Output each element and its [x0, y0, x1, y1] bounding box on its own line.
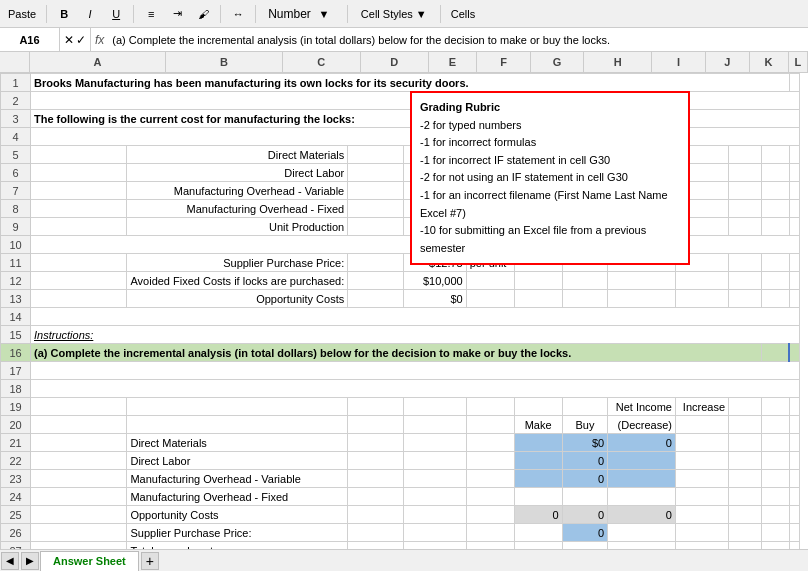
cell-k6[interactable] — [761, 164, 789, 182]
cell-d20[interactable] — [404, 416, 466, 434]
cell-a9[interactable] — [31, 218, 127, 236]
cell-b22[interactable]: Direct Labor — [127, 452, 348, 470]
cell-c22[interactable] — [348, 452, 404, 470]
cell-a16[interactable]: (a) Complete the incremental analysis (i… — [31, 344, 762, 362]
number-dropdown[interactable]: ▼ — [313, 3, 335, 25]
cell-h20[interactable]: (Decrease) — [608, 416, 676, 434]
cell-b9[interactable]: Unit Production — [127, 218, 348, 236]
cell-h22[interactable] — [608, 452, 676, 470]
cell-g13[interactable] — [562, 290, 607, 308]
cell-e20[interactable] — [466, 416, 514, 434]
col-header-a[interactable]: A — [30, 52, 166, 72]
cell-e24[interactable] — [466, 488, 514, 506]
cell-a5[interactable] — [31, 146, 127, 164]
cell-a19[interactable] — [31, 398, 127, 416]
cell-c5[interactable] — [348, 146, 404, 164]
bold-button[interactable]: B — [53, 3, 75, 25]
tab-nav-next-btn[interactable]: ▶ — [21, 552, 39, 570]
cell-a26[interactable] — [31, 524, 127, 542]
cell-l8[interactable] — [789, 200, 799, 218]
cell-a24[interactable] — [31, 488, 127, 506]
cell-d26[interactable] — [404, 524, 466, 542]
cell-l7[interactable] — [789, 182, 799, 200]
cell-b13[interactable]: Opportunity Costs — [127, 290, 348, 308]
col-header-j[interactable]: J — [706, 52, 750, 72]
cell-c26[interactable] — [348, 524, 404, 542]
italic-button[interactable]: I — [79, 3, 101, 25]
cell-a23[interactable] — [31, 470, 127, 488]
align-button[interactable]: ≡ — [140, 3, 162, 25]
col-header-i[interactable]: I — [652, 52, 706, 72]
cell-k5[interactable] — [761, 146, 789, 164]
col-header-e[interactable]: E — [429, 52, 478, 72]
cell-l19[interactable] — [789, 398, 799, 416]
cell-k26[interactable] — [761, 524, 789, 542]
col-header-l[interactable]: L — [789, 52, 808, 72]
cell-l25[interactable] — [789, 506, 799, 524]
cell-j8[interactable] — [729, 200, 762, 218]
cell-l23[interactable] — [789, 470, 799, 488]
cell-c24[interactable] — [348, 488, 404, 506]
cell-f23[interactable] — [514, 470, 562, 488]
formula-input[interactable]: (a) Complete the incremental analysis (i… — [108, 34, 808, 46]
cell-a12[interactable] — [31, 272, 127, 290]
cell-k16[interactable] — [761, 344, 789, 362]
paste-button[interactable]: Paste — [4, 3, 40, 25]
cell-h23[interactable] — [608, 470, 676, 488]
cell-h13[interactable] — [608, 290, 676, 308]
cell-a13[interactable] — [31, 290, 127, 308]
cell-a21[interactable] — [31, 434, 127, 452]
cell-j5[interactable] — [729, 146, 762, 164]
cell-l22[interactable] — [789, 452, 799, 470]
confirm-icon[interactable]: ✓ — [76, 33, 86, 47]
cell-i19[interactable]: Increase — [675, 398, 728, 416]
cell-b24[interactable]: Manufacturing Overhead - Fixed — [127, 488, 348, 506]
cell-f22[interactable] — [514, 452, 562, 470]
cell-j24[interactable] — [729, 488, 762, 506]
cell-i26[interactable] — [675, 524, 728, 542]
cell-j22[interactable] — [729, 452, 762, 470]
cell-c11[interactable] — [348, 254, 404, 272]
cell-l24[interactable] — [789, 488, 799, 506]
cell-a1[interactable]: Brooks Manufacturing has been manufactur… — [31, 74, 790, 92]
col-header-g[interactable]: G — [531, 52, 585, 72]
cell-a14[interactable] — [31, 308, 800, 326]
cell-i24[interactable] — [675, 488, 728, 506]
cell-j13[interactable] — [729, 290, 762, 308]
cell-l5[interactable] — [789, 146, 799, 164]
cell-f21[interactable] — [514, 434, 562, 452]
cell-i23[interactable] — [675, 470, 728, 488]
cell-k21[interactable] — [761, 434, 789, 452]
cell-e23[interactable] — [466, 470, 514, 488]
cell-b21[interactable]: Direct Materials — [127, 434, 348, 452]
cell-f19[interactable] — [514, 398, 562, 416]
cell-a6[interactable] — [31, 164, 127, 182]
cell-styles-button[interactable]: Cell Styles ▼ — [354, 5, 434, 23]
cell-i20[interactable] — [675, 416, 728, 434]
cell-b23[interactable]: Manufacturing Overhead - Variable — [127, 470, 348, 488]
cell-a17[interactable] — [31, 362, 800, 380]
cell-j23[interactable] — [729, 470, 762, 488]
cell-h12[interactable] — [608, 272, 676, 290]
cell-c9[interactable] — [348, 218, 404, 236]
cell-b5[interactable]: Direct Materials — [127, 146, 348, 164]
cell-l1[interactable] — [789, 74, 799, 92]
cell-k12[interactable] — [761, 272, 789, 290]
cell-l13[interactable] — [789, 290, 799, 308]
cell-i21[interactable] — [675, 434, 728, 452]
cell-b20[interactable] — [127, 416, 348, 434]
cell-c8[interactable] — [348, 200, 404, 218]
cell-c12[interactable] — [348, 272, 404, 290]
cell-h21[interactable]: 0 — [608, 434, 676, 452]
cell-i3[interactable] — [675, 110, 799, 128]
cell-g24[interactable] — [562, 488, 607, 506]
cell-c23[interactable] — [348, 470, 404, 488]
cell-f25[interactable]: 0 — [514, 506, 562, 524]
cell-k11[interactable] — [761, 254, 789, 272]
cell-d12[interactable]: $10,000 — [404, 272, 466, 290]
cell-c19[interactable] — [348, 398, 404, 416]
cell-g26[interactable]: 0 — [562, 524, 607, 542]
cell-j6[interactable] — [729, 164, 762, 182]
cell-b6[interactable]: Direct Labor — [127, 164, 348, 182]
cell-d23[interactable] — [404, 470, 466, 488]
